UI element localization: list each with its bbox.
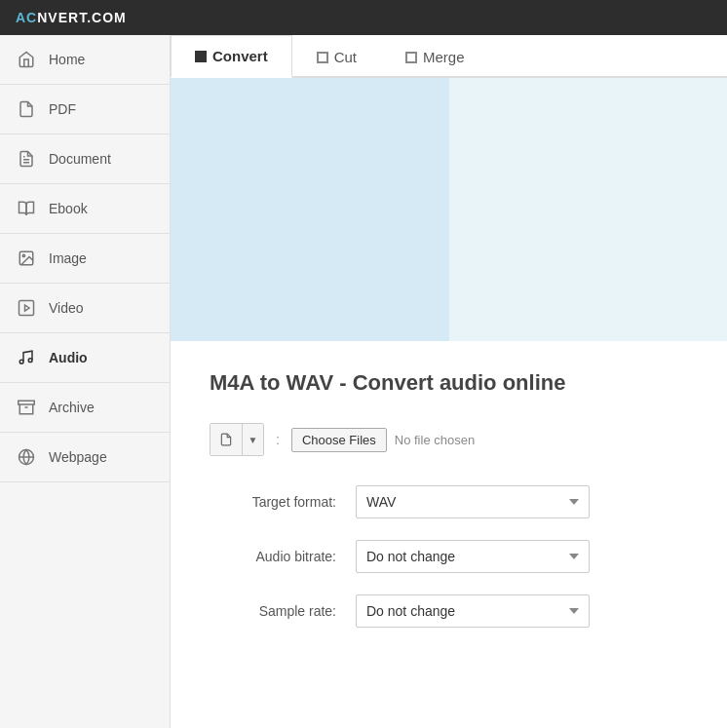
tab-merge[interactable]: Merge	[381, 35, 489, 78]
file-icon-button[interactable]	[210, 424, 242, 455]
target-format-select[interactable]: WAV	[356, 485, 590, 518]
image-icon	[16, 248, 37, 269]
sidebar-label-ebook: Ebook	[49, 201, 88, 216]
pdf-icon	[16, 98, 37, 120]
file-separator: :	[276, 432, 280, 447]
sidebar-item-webpage[interactable]: Webpage	[0, 433, 170, 482]
tab-cut-label: Cut	[334, 49, 357, 65]
webpage-icon	[16, 446, 37, 468]
archive-icon	[16, 397, 37, 418]
sidebar-label-webpage: Webpage	[49, 449, 107, 465]
document-icon	[16, 148, 37, 170]
ebook-icon	[16, 198, 37, 219]
sidebar-label-archive: Archive	[49, 400, 95, 415]
audio-bitrate-select[interactable]: Do not change	[356, 540, 590, 573]
home-icon	[16, 49, 37, 70]
convert-tab-icon	[195, 51, 207, 62]
banner-area	[171, 78, 727, 341]
sidebar-item-ebook[interactable]: Ebook	[0, 184, 170, 234]
no-file-text: No file chosen	[395, 433, 475, 447]
sidebar-item-home[interactable]: Home	[0, 35, 170, 85]
page-title: M4A to WAV - Convert audio online	[210, 370, 688, 396]
file-dropdown-button[interactable]: ▼	[242, 424, 263, 455]
page-content: M4A to WAV - Convert audio online ▼ : Ch…	[171, 341, 727, 678]
file-btn-group: ▼	[210, 423, 264, 456]
banner-left	[171, 78, 449, 341]
sidebar-label-pdf: PDF	[49, 101, 76, 117]
svg-point-3	[22, 254, 24, 256]
sidebar-item-image[interactable]: Image	[0, 234, 170, 284]
logo-text: NVERT.COM	[37, 10, 126, 25]
sidebar-item-audio[interactable]: Audio	[0, 333, 170, 383]
sidebar-item-video[interactable]: Video	[0, 284, 170, 333]
sidebar-label-document: Document	[49, 151, 111, 167]
audio-icon	[16, 347, 37, 368]
audio-bitrate-row: Audio bitrate: Do not change	[210, 540, 688, 573]
main-layout: Home PDF Document Ebook Image	[0, 35, 727, 728]
tab-merge-label: Merge	[423, 49, 465, 65]
tab-cut[interactable]: Cut	[292, 35, 381, 78]
sidebar-item-document[interactable]: Document	[0, 134, 170, 184]
target-format-row: Target format: WAV	[210, 485, 688, 518]
sidebar-label-audio: Audio	[49, 350, 88, 365]
svg-rect-8	[19, 401, 35, 404]
choose-files-button[interactable]: Choose Files	[291, 428, 387, 452]
sample-rate-label: Sample rate:	[210, 603, 336, 619]
file-input-row: ▼ : Choose Files No file chosen	[210, 423, 688, 456]
audio-bitrate-label: Audio bitrate:	[210, 549, 336, 564]
merge-tab-icon	[405, 52, 417, 63]
video-icon	[16, 297, 37, 319]
sample-rate-select[interactable]: Do not change	[356, 594, 590, 628]
cut-tab-icon	[317, 52, 328, 63]
content-area: Convert Cut Merge M4A to WAV - Convert a…	[171, 35, 727, 728]
top-nav: ACNVERT.COM	[0, 0, 727, 35]
site-logo: ACNVERT.COM	[16, 10, 127, 25]
banner-right	[449, 78, 728, 341]
sample-rate-row: Sample rate: Do not change	[210, 594, 688, 628]
tab-convert[interactable]: Convert	[171, 35, 292, 78]
svg-rect-4	[19, 301, 34, 316]
tab-bar: Convert Cut Merge	[171, 35, 727, 78]
sidebar: Home PDF Document Ebook Image	[0, 35, 171, 728]
logo-icon: AC	[16, 10, 37, 25]
sidebar-label-home: Home	[49, 52, 85, 67]
tab-convert-label: Convert	[212, 48, 268, 64]
sidebar-label-image: Image	[49, 250, 87, 266]
sidebar-item-archive[interactable]: Archive	[0, 383, 170, 433]
svg-marker-5	[25, 305, 30, 311]
sidebar-label-video: Video	[49, 300, 84, 316]
sidebar-item-pdf[interactable]: PDF	[0, 85, 170, 134]
target-format-label: Target format:	[210, 494, 336, 510]
